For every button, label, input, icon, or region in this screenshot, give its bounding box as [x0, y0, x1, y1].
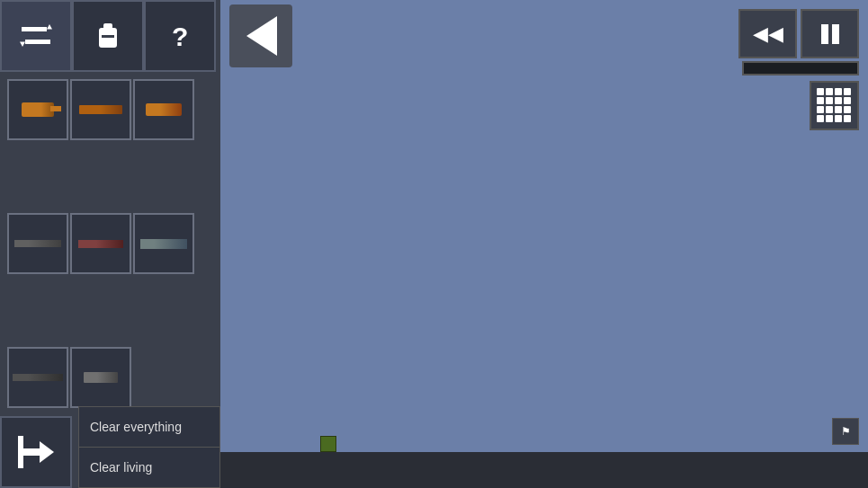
svg-rect-12: [826, 88, 833, 95]
svg-rect-21: [835, 106, 842, 113]
weapon-icon-shotgun: [78, 240, 123, 248]
svg-rect-18: [844, 97, 851, 104]
weapon-icon-pistol: [22, 102, 54, 117]
context-menu: Clear everything Clear living: [78, 406, 220, 488]
play-controls: ◀◀: [738, 9, 859, 58]
svg-marker-1: [47, 24, 52, 30]
svg-text:?: ?: [172, 22, 188, 51]
svg-rect-20: [826, 106, 833, 113]
svg-rect-17: [835, 97, 842, 104]
weapon-icon-dark-rifle: [14, 240, 61, 247]
bag-button[interactable]: [72, 0, 144, 72]
weapon-cell-2[interactable]: [70, 79, 131, 140]
svg-marker-8: [246, 16, 277, 56]
svg-rect-16: [826, 97, 833, 104]
svg-rect-6: [102, 35, 114, 38]
svg-rect-24: [826, 115, 833, 122]
svg-rect-10: [832, 24, 839, 44]
svg-rect-14: [844, 88, 851, 95]
svg-rect-19: [817, 106, 824, 113]
weapon-icon-sniper: [13, 374, 63, 381]
toolbar: ?: [0, 0, 220, 72]
svg-rect-2: [25, 40, 50, 44]
weapon-cell-6[interactable]: [133, 213, 194, 274]
weapon-icon-rifle: [79, 105, 122, 114]
bottom-right-icon-button[interactable]: ⚑: [832, 418, 859, 445]
clear-everything-button[interactable]: Clear everything: [79, 407, 219, 448]
svg-rect-23: [817, 115, 824, 122]
swap-button[interactable]: [0, 0, 72, 72]
svg-rect-22: [844, 106, 851, 113]
grid-toggle-button[interactable]: [810, 81, 859, 130]
weapon-icon-smg: [146, 103, 182, 116]
svg-marker-3: [20, 42, 25, 48]
svg-rect-9: [821, 24, 828, 44]
flag-icon: ⚑: [841, 425, 851, 438]
weapon-cell-1[interactable]: [7, 79, 68, 140]
weapon-icon-pistol2: [84, 372, 118, 383]
ground: [220, 452, 868, 488]
svg-rect-13: [835, 88, 842, 95]
back-button[interactable]: [229, 4, 292, 67]
svg-rect-5: [103, 23, 112, 30]
exit-button[interactable]: [0, 416, 72, 488]
svg-rect-29: [18, 436, 23, 468]
character: [320, 436, 336, 452]
clear-living-button[interactable]: Clear living: [79, 448, 219, 487]
pause-button[interactable]: [801, 9, 859, 58]
svg-marker-28: [40, 441, 54, 463]
weapon-cell-5[interactable]: [70, 213, 131, 274]
exit-icon: [16, 432, 56, 472]
weapon-cell-8[interactable]: [70, 347, 131, 408]
svg-rect-11: [817, 88, 824, 95]
weapon-icon-lmg: [140, 239, 187, 249]
weapon-cell-7[interactable]: [7, 347, 68, 408]
svg-rect-15: [817, 97, 824, 104]
grid-icon: [815, 86, 855, 126]
weapon-cell-4[interactable]: [7, 213, 68, 274]
rewind-button[interactable]: ◀◀: [738, 9, 797, 58]
svg-rect-26: [844, 115, 851, 122]
weapon-cell-3[interactable]: [133, 79, 194, 140]
pause-icon: [818, 22, 843, 47]
help-button[interactable]: ?: [144, 0, 216, 72]
progress-bar-container: [742, 61, 859, 75]
svg-rect-0: [22, 27, 47, 31]
svg-rect-25: [835, 115, 842, 122]
rewind-icon: ◀◀: [753, 22, 783, 46]
